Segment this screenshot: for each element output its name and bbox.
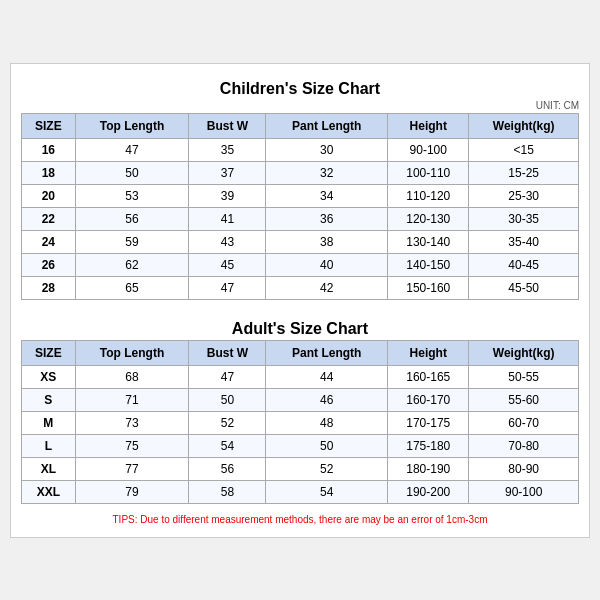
table-row: XS684744160-16550-55 <box>22 365 579 388</box>
table-row: 26624540140-15040-45 <box>22 253 579 276</box>
table-cell: 25-30 <box>469 184 579 207</box>
table-cell: 59 <box>75 230 189 253</box>
table-cell: 40-45 <box>469 253 579 276</box>
table-cell: 54 <box>266 480 388 503</box>
unit-label: UNIT: CM <box>21 100 579 113</box>
children-col-header: Pant Length <box>266 113 388 138</box>
table-cell: 60-70 <box>469 411 579 434</box>
table-cell: 75 <box>75 434 189 457</box>
children-header-row: SIZETop LengthBust WPant LengthHeightWei… <box>22 113 579 138</box>
adult-col-header: Bust W <box>189 340 266 365</box>
table-cell: 100-110 <box>388 161 469 184</box>
table-row: 1647353090-100<15 <box>22 138 579 161</box>
table-cell: 50 <box>266 434 388 457</box>
table-cell: 28 <box>22 276 76 299</box>
table-cell: 175-180 <box>388 434 469 457</box>
table-cell: 40 <box>266 253 388 276</box>
table-cell: 50 <box>75 161 189 184</box>
table-cell: 47 <box>189 365 266 388</box>
table-cell: 140-150 <box>388 253 469 276</box>
table-cell: 77 <box>75 457 189 480</box>
table-row: 28654742150-16045-50 <box>22 276 579 299</box>
table-cell: 35 <box>189 138 266 161</box>
table-cell: 56 <box>189 457 266 480</box>
table-row: 18503732100-11015-25 <box>22 161 579 184</box>
table-cell: 45 <box>189 253 266 276</box>
table-row: M735248170-17560-70 <box>22 411 579 434</box>
children-title: Children's Size Chart <box>21 74 579 100</box>
table-cell: 47 <box>75 138 189 161</box>
children-col-header: Bust W <box>189 113 266 138</box>
children-tbody: 1647353090-100<1518503732100-11015-25205… <box>22 138 579 299</box>
table-cell: 52 <box>189 411 266 434</box>
table-cell: 36 <box>266 207 388 230</box>
table-cell: 38 <box>266 230 388 253</box>
table-cell: 32 <box>266 161 388 184</box>
table-cell: 68 <box>75 365 189 388</box>
children-col-header: SIZE <box>22 113 76 138</box>
table-cell: L <box>22 434 76 457</box>
adult-col-header: Height <box>388 340 469 365</box>
table-cell: 54 <box>189 434 266 457</box>
children-col-header: Top Length <box>75 113 189 138</box>
table-cell: 160-165 <box>388 365 469 388</box>
children-col-header: Weight(kg) <box>469 113 579 138</box>
table-cell: 30-35 <box>469 207 579 230</box>
table-cell: 71 <box>75 388 189 411</box>
adult-title: Adult's Size Chart <box>21 314 579 340</box>
table-cell: XS <box>22 365 76 388</box>
adult-table: SIZETop LengthBust WPant LengthHeightWei… <box>21 340 579 504</box>
table-cell: 58 <box>189 480 266 503</box>
adult-col-header: Weight(kg) <box>469 340 579 365</box>
table-row: 20533934110-12025-30 <box>22 184 579 207</box>
table-cell: 170-175 <box>388 411 469 434</box>
size-chart-card: Children's Size Chart UNIT: CM SIZETop L… <box>10 63 590 538</box>
adult-tbody: XS684744160-16550-55S715046160-17055-60M… <box>22 365 579 503</box>
table-row: S715046160-17055-60 <box>22 388 579 411</box>
table-row: 22564136120-13030-35 <box>22 207 579 230</box>
table-row: L755450175-18070-80 <box>22 434 579 457</box>
table-cell: 39 <box>189 184 266 207</box>
table-cell: 190-200 <box>388 480 469 503</box>
table-cell: 48 <box>266 411 388 434</box>
table-cell: 120-130 <box>388 207 469 230</box>
table-cell: 30 <box>266 138 388 161</box>
table-cell: 80-90 <box>469 457 579 480</box>
table-cell: 18 <box>22 161 76 184</box>
table-cell: 42 <box>266 276 388 299</box>
table-cell: 45-50 <box>469 276 579 299</box>
table-cell: 41 <box>189 207 266 230</box>
adult-col-header: SIZE <box>22 340 76 365</box>
table-cell: 53 <box>75 184 189 207</box>
table-cell: 160-170 <box>388 388 469 411</box>
table-cell: 26 <box>22 253 76 276</box>
table-cell: 22 <box>22 207 76 230</box>
adult-col-header: Top Length <box>75 340 189 365</box>
table-cell: M <box>22 411 76 434</box>
table-cell: 56 <box>75 207 189 230</box>
table-cell: 50 <box>189 388 266 411</box>
table-cell: 34 <box>266 184 388 207</box>
table-cell: <15 <box>469 138 579 161</box>
adult-header-row: SIZETop LengthBust WPant LengthHeightWei… <box>22 340 579 365</box>
table-cell: 70-80 <box>469 434 579 457</box>
children-col-header: Height <box>388 113 469 138</box>
table-cell: 55-60 <box>469 388 579 411</box>
table-row: 24594338130-14035-40 <box>22 230 579 253</box>
table-cell: 50-55 <box>469 365 579 388</box>
table-row: XXL795854190-20090-100 <box>22 480 579 503</box>
table-cell: XXL <box>22 480 76 503</box>
table-cell: 24 <box>22 230 76 253</box>
adult-col-header: Pant Length <box>266 340 388 365</box>
table-cell: 43 <box>189 230 266 253</box>
table-cell: XL <box>22 457 76 480</box>
table-cell: 180-190 <box>388 457 469 480</box>
table-cell: 110-120 <box>388 184 469 207</box>
table-cell: 79 <box>75 480 189 503</box>
table-cell: 15-25 <box>469 161 579 184</box>
table-cell: 130-140 <box>388 230 469 253</box>
table-cell: 35-40 <box>469 230 579 253</box>
table-cell: 20 <box>22 184 76 207</box>
table-row: XL775652180-19080-90 <box>22 457 579 480</box>
children-table: SIZETop LengthBust WPant LengthHeightWei… <box>21 113 579 300</box>
